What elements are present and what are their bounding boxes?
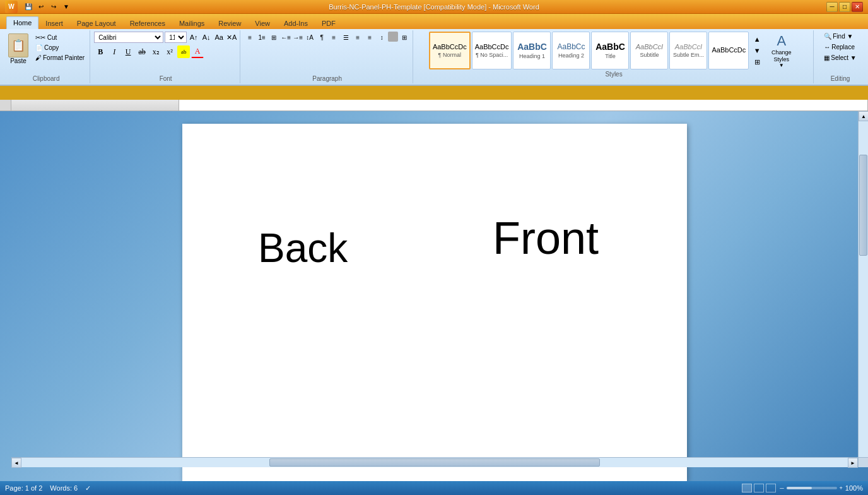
- print-layout-view[interactable]: [742, 484, 752, 492]
- sort-button[interactable]: ↕A: [304, 32, 315, 43]
- document-page[interactable]: Back Front: [182, 124, 687, 481]
- text-highlight-button[interactable]: ab: [177, 45, 190, 58]
- tab-view[interactable]: View: [248, 17, 277, 29]
- strikethrough-button[interactable]: ab: [136, 45, 148, 58]
- hscroll-thumb[interactable]: [269, 458, 600, 467]
- style-subtle-em[interactable]: AaBbCcI Subtle Em...: [669, 32, 707, 69]
- style-no-spacing-preview: AaBbCcDc: [475, 43, 509, 51]
- superscript-button[interactable]: x²: [163, 45, 176, 58]
- find-button[interactable]: 🔍 Find ▼: [821, 32, 855, 41]
- align-center-button[interactable]: ☰: [340, 32, 351, 43]
- hscroll-left-button[interactable]: ◄: [11, 458, 21, 468]
- tab-add-ins[interactable]: Add-Ins: [277, 17, 315, 29]
- numbering-button[interactable]: 1≡: [256, 32, 267, 43]
- increase-indent-button[interactable]: →≡: [292, 32, 303, 43]
- align-left-button[interactable]: ≡: [328, 32, 339, 43]
- style-title-preview: AaBbC: [595, 42, 625, 52]
- tab-review[interactable]: Review: [211, 17, 248, 29]
- zoom-out-button[interactable]: ─: [780, 485, 783, 491]
- styles-scroll-down[interactable]: ▼: [751, 45, 763, 56]
- front-text[interactable]: Front: [493, 212, 599, 264]
- borders-button[interactable]: ⊞: [399, 32, 410, 43]
- increase-font-button[interactable]: A↑: [188, 32, 199, 43]
- status-left: Page: 1 of 2 Words: 6 ✓: [5, 484, 91, 492]
- font-name-select[interactable]: Calibri: [94, 32, 163, 43]
- styles-content: AaBbCcDc ¶ Normal AaBbCcDc ¶ No Spaci...…: [429, 32, 799, 69]
- clipboard-group-content: 📋 Paste ✂ ✂ Cut 📄 Copy 🖌 Format Painter: [5, 32, 87, 74]
- style-normal-preview: AaBbCcDc: [433, 43, 467, 51]
- change-styles-icon: A: [777, 33, 786, 49]
- replace-button[interactable]: ↔ Replace: [821, 42, 857, 52]
- underline-button[interactable]: U: [122, 45, 134, 58]
- bold-button[interactable]: B: [94, 45, 107, 58]
- line-spacing-button[interactable]: ↕: [376, 32, 387, 43]
- paste-icon: 📋: [8, 33, 28, 57]
- ruler-corner: [0, 100, 11, 110]
- tab-mailings[interactable]: Mailings: [172, 17, 211, 29]
- style-subtitle[interactable]: AaBbCcI Subtitle: [630, 32, 668, 69]
- decrease-indent-button[interactable]: ←≡: [280, 32, 291, 43]
- select-button[interactable]: ▦ Select ▼: [821, 53, 859, 63]
- font-color-button[interactable]: A: [191, 45, 204, 58]
- font-size-select[interactable]: 11: [165, 32, 187, 43]
- scroll-track[interactable]: [859, 121, 868, 457]
- ribbon-body: 📋 Paste ✂ ✂ Cut 📄 Copy 🖌 Format Painter …: [0, 29, 868, 86]
- style-heading1[interactable]: AaBbC Heading 1: [513, 32, 551, 69]
- minimize-button[interactable]: ─: [826, 2, 838, 12]
- style-more[interactable]: AaBbCcDc: [708, 32, 749, 69]
- close-button[interactable]: ✕: [852, 2, 863, 12]
- copy-button[interactable]: 📄 Copy: [33, 43, 87, 52]
- ruler-inner: [179, 100, 868, 110]
- italic-button[interactable]: I: [108, 45, 120, 58]
- change-styles-button[interactable]: A ChangeStyles ▼: [764, 32, 799, 69]
- style-heading2[interactable]: AaBbCc Heading 2: [552, 32, 590, 69]
- style-no-spacing[interactable]: AaBbCcDc ¶ No Spaci...: [472, 32, 512, 69]
- tab-home[interactable]: Home: [6, 16, 38, 29]
- shading-button[interactable]: [388, 32, 398, 42]
- format-painter-button[interactable]: 🖌 Format Painter: [33, 53, 87, 63]
- zoom-slider[interactable]: [787, 487, 837, 489]
- style-normal[interactable]: AaBbCcDc ¶ Normal: [429, 32, 471, 69]
- style-normal-name: ¶ Normal: [438, 52, 461, 58]
- page-container[interactable]: Back Front: [11, 111, 858, 481]
- scrollbar-corner: [858, 457, 868, 467]
- justify-button[interactable]: ≡: [364, 32, 375, 43]
- style-more-preview: AaBbCcDc: [712, 46, 746, 54]
- multilevel-list-button[interactable]: ⊞: [268, 32, 279, 43]
- clear-format-button[interactable]: ✕A: [226, 32, 237, 43]
- change-case-button[interactable]: Aa: [213, 32, 225, 43]
- full-screen-view[interactable]: [754, 484, 764, 492]
- tab-pdf[interactable]: PDF: [315, 17, 343, 29]
- bullets-button[interactable]: ≡: [244, 32, 255, 43]
- style-subtitle-preview: AaBbCcI: [636, 43, 663, 51]
- tab-insert[interactable]: Insert: [38, 17, 70, 29]
- paste-label: Paste: [10, 57, 26, 64]
- style-title[interactable]: AaBbC Title: [591, 32, 629, 69]
- show-marks-button[interactable]: ¶: [316, 32, 327, 43]
- vertical-scrollbar: ▲ ▼: [858, 111, 868, 467]
- style-no-spacing-name: ¶ No Spaci...: [476, 52, 508, 58]
- tab-page-layout[interactable]: Page Layout: [70, 17, 123, 29]
- styles-more[interactable]: ⊞: [751, 56, 763, 68]
- tab-references[interactable]: References: [123, 17, 172, 29]
- font-group-content: Calibri 11 A↑ A↓ Aa ✕A B I U ab x₂ x² ab…: [94, 32, 237, 74]
- subscript-button[interactable]: x₂: [150, 45, 162, 58]
- find-icon: 🔍: [824, 33, 831, 40]
- maximize-button[interactable]: □: [839, 2, 850, 12]
- styles-scroll-up[interactable]: ▲: [751, 33, 763, 45]
- cut-button[interactable]: ✂ ✂ Cut: [33, 33, 87, 42]
- paste-button[interactable]: 📋 Paste: [5, 32, 32, 66]
- decrease-font-button[interactable]: A↓: [201, 32, 212, 43]
- hscroll-right-button[interactable]: ►: [848, 458, 858, 468]
- zoom-control: ─ + 100%: [780, 484, 863, 492]
- hscroll-track[interactable]: [21, 458, 848, 467]
- zoom-in-button[interactable]: +: [840, 485, 843, 491]
- web-layout-view[interactable]: [766, 484, 776, 492]
- clipboard-small-buttons: ✂ ✂ Cut 📄 Copy 🖌 Format Painter: [33, 33, 87, 63]
- back-text[interactable]: Back: [258, 225, 348, 271]
- scroll-up-button[interactable]: ▲: [859, 111, 868, 121]
- scroll-thumb[interactable]: [859, 155, 867, 256]
- select-icon: ▦: [824, 54, 830, 61]
- align-right-button[interactable]: ≡: [352, 32, 363, 43]
- style-heading2-preview: AaBbCc: [557, 42, 585, 51]
